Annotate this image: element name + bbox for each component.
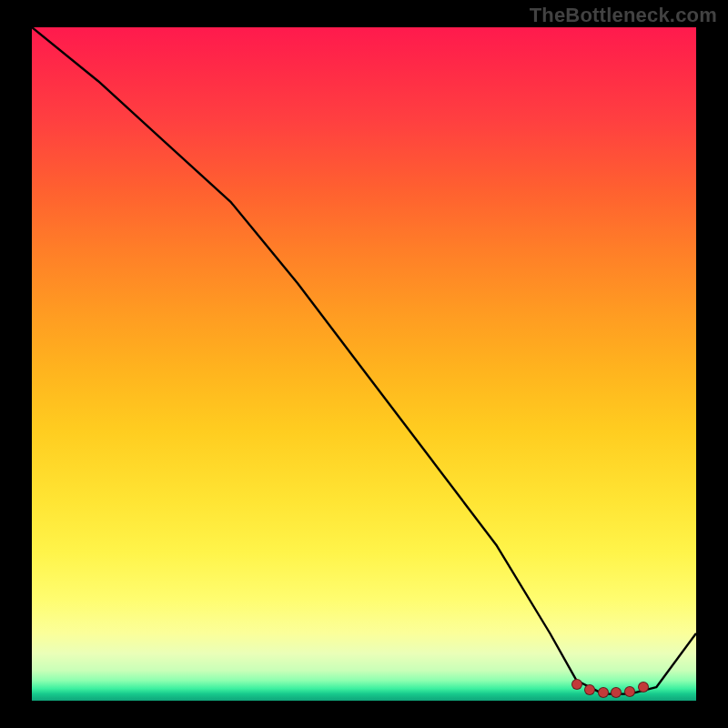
highlight-marker	[571, 679, 582, 690]
highlight-marker	[598, 687, 609, 698]
curve-layer	[32, 27, 696, 701]
curve-path	[32, 27, 696, 694]
watermark-text: TheBottleneck.com	[530, 4, 717, 27]
highlight-marker	[624, 686, 635, 697]
plot-area	[32, 27, 696, 701]
highlight-marker	[584, 684, 595, 695]
highlight-marker	[638, 682, 649, 693]
highlight-marker	[611, 687, 622, 698]
chart-frame: TheBottleneck.com	[0, 0, 728, 728]
